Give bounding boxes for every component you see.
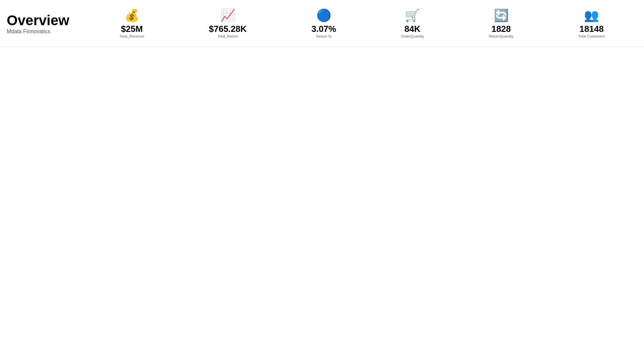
money-icon: 💰 (124, 8, 140, 22)
percent-icon: 🔵 (316, 8, 331, 22)
return-icon: 🔄 (494, 8, 509, 22)
page-title: Overview (7, 12, 87, 29)
kpi-total-return: 📈 $765.28K Total_Return (209, 8, 247, 38)
kpi-return-label: Total_Return (217, 34, 238, 38)
chart-icon: 📈 (220, 8, 235, 22)
kpi-customers-value: 18148 (580, 24, 604, 34)
kpi-retqty-label: ReturnQuantity (489, 34, 514, 38)
kpi-return-qty: 🔄 1828 ReturnQuantity (489, 8, 514, 38)
kpi-pct-value: 3.07% (311, 24, 336, 34)
cart-icon: 🛒 (405, 8, 420, 22)
kpi-order-value: 84K (405, 24, 421, 34)
kpi-return-pct: 🔵 3.07% Return % (311, 8, 336, 38)
kpi-revenue-label: Total_Revenue (119, 34, 144, 38)
title-block: Overview Mdata Finnovatics (7, 12, 87, 35)
kpi-customers: 👥 18148 Total Customers (578, 8, 605, 38)
page-subtitle: Mdata Finnovatics (7, 29, 87, 35)
kpi-order-label: OrderQuantity (401, 34, 424, 38)
kpi-order-qty: 🛒 84K OrderQuantity (401, 8, 424, 38)
header-section: Overview Mdata Finnovatics 💰 $25M Total_… (0, 0, 644, 47)
kpi-retqty-value: 1828 (491, 24, 511, 34)
kpi-pct-label: Return % (316, 34, 331, 38)
kpi-customers-label: Total Customers (578, 34, 605, 38)
kpi-revenue-value: $25M (121, 24, 143, 34)
kpi-items: 💰 $25M Total_Revenue 📈 $765.28K Total_Re… (87, 8, 637, 38)
kpi-return-value: $765.28K (209, 24, 247, 34)
kpi-total-revenue: 💰 $25M Total_Revenue (119, 8, 144, 38)
people-icon: 👥 (584, 8, 599, 22)
